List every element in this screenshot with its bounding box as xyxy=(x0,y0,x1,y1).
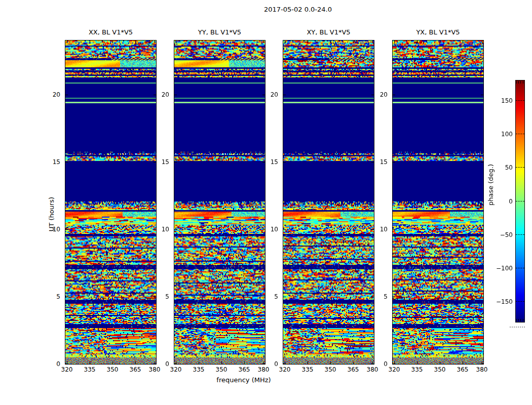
ytick-label: 10 xyxy=(254,226,278,233)
xtick-label: 365 xyxy=(457,366,469,373)
ytick-label: 15 xyxy=(363,158,388,166)
panel-title-yy: YY, BL V1*V5 xyxy=(198,28,241,36)
ytick-label: 0 xyxy=(254,360,278,368)
colorbar-bottom-marks xyxy=(516,319,524,321)
ytick-label: 20 xyxy=(36,91,60,98)
ytick-label: 15 xyxy=(254,158,278,166)
colorbar-tick-label: −100 xyxy=(474,265,513,272)
ytick-label: 5 xyxy=(254,293,278,300)
colorbar-tick xyxy=(516,301,524,302)
xtick-label: 320 xyxy=(279,366,291,373)
xtick-label: 320 xyxy=(389,366,400,373)
xtick-label: 350 xyxy=(325,366,336,373)
heatmap-canvas-yx xyxy=(393,40,483,364)
ytick-label: 10 xyxy=(363,226,388,233)
ytick-label: 0 xyxy=(363,360,388,368)
colorbar-label: phase (deg.) xyxy=(487,164,495,206)
colorbar-tick-label: 100 xyxy=(474,131,513,138)
figure: 2017-05-02 0.0-24.0 XX, BL V1*V505101520… xyxy=(0,0,532,405)
panel-title-xx: XX, BL V1*V5 xyxy=(89,28,133,36)
colorbar-gradient xyxy=(516,80,524,322)
x-axis-label: frequency (MHz) xyxy=(216,376,271,384)
xtick-label: 335 xyxy=(411,366,423,373)
xtick-label: 365 xyxy=(130,366,141,373)
heatmap-canvas-xy xyxy=(283,40,374,364)
xtick-label: 365 xyxy=(239,366,250,373)
y-axis-label: UT (hours) xyxy=(48,197,55,231)
ytick-label: 15 xyxy=(36,158,60,166)
colorbar-tick xyxy=(516,268,524,268)
ytick-label: 5 xyxy=(36,293,60,300)
ytick-label: 20 xyxy=(363,91,388,98)
xtick-label: 350 xyxy=(107,366,119,373)
colorbar-tick xyxy=(516,134,524,134)
ytick-label: 0 xyxy=(145,360,169,368)
heatmap-canvas-xx xyxy=(65,40,156,364)
xtick-label: 335 xyxy=(84,366,96,373)
xtick-label: 320 xyxy=(61,366,73,373)
xtick-label: 335 xyxy=(193,366,205,373)
panel-title-yx: YX, BL V1*V5 xyxy=(416,28,460,36)
colorbar-tick xyxy=(516,201,524,201)
colorbar xyxy=(515,80,525,322)
figure-title: 2017-05-02 0.0-24.0 xyxy=(264,6,332,13)
panel-title-xy: XY, BL V1*V5 xyxy=(307,28,350,36)
xtick-label: 335 xyxy=(302,366,314,373)
xtick-label: 365 xyxy=(348,366,359,373)
xtick-label: 320 xyxy=(170,366,182,373)
ytick-label: 20 xyxy=(254,91,278,98)
xtick-label: 350 xyxy=(216,366,227,373)
colorbar-tick xyxy=(516,100,524,101)
waterfall-panel-yx xyxy=(392,40,484,364)
waterfall-panel-yy xyxy=(174,40,265,364)
ytick-label: 20 xyxy=(145,91,169,98)
colorbar-top-marks xyxy=(516,81,524,84)
ytick-label: 15 xyxy=(145,158,169,166)
xtick-label: 350 xyxy=(434,366,446,373)
ytick-label: 5 xyxy=(145,293,169,300)
colorbar-tick xyxy=(516,167,524,168)
colorbar-underline-dots xyxy=(510,327,525,328)
waterfall-panel-xx xyxy=(65,40,157,364)
ytick-label: 0 xyxy=(36,360,60,368)
ytick-label: 5 xyxy=(363,293,388,300)
heatmap-canvas-yy xyxy=(174,40,265,364)
colorbar-tick-label: −150 xyxy=(474,298,513,305)
waterfall-panel-xy xyxy=(283,40,374,364)
ytick-label: 10 xyxy=(145,226,169,233)
colorbar-tick-label: −50 xyxy=(474,231,513,238)
colorbar-tick-label: 150 xyxy=(474,97,513,104)
colorbar-tick xyxy=(516,234,524,235)
xtick-label: 380 xyxy=(476,366,488,373)
